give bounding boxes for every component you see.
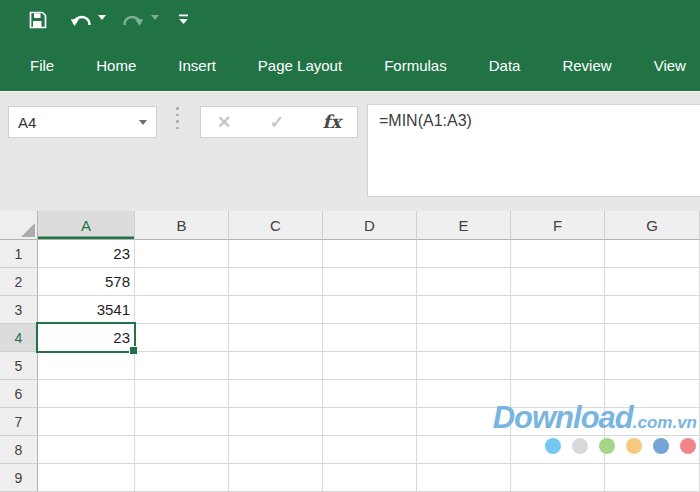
cell-C5[interactable] — [229, 352, 323, 380]
cell-E3[interactable] — [417, 296, 511, 324]
cell-G8[interactable] — [605, 436, 700, 464]
cell-G9[interactable] — [605, 464, 700, 492]
tab-data[interactable]: Data — [489, 57, 521, 74]
cell-G5[interactable] — [605, 352, 700, 380]
insert-function-icon[interactable]: fx — [323, 113, 341, 131]
column-header-c[interactable]: C — [229, 211, 323, 240]
cell-B2[interactable] — [135, 268, 229, 296]
cell-B1[interactable] — [135, 240, 229, 268]
cell-D5[interactable] — [323, 352, 417, 380]
cell-D1[interactable] — [323, 240, 417, 268]
cell-D3[interactable] — [323, 296, 417, 324]
cell-D7[interactable] — [323, 408, 417, 436]
cell-C1[interactable] — [229, 240, 323, 268]
cell-A2[interactable]: 578 — [38, 268, 135, 296]
cell-B8[interactable] — [135, 436, 229, 464]
cell-E5[interactable] — [417, 352, 511, 380]
column-header-a[interactable]: A — [38, 211, 135, 240]
cell-D9[interactable] — [323, 464, 417, 492]
row-header-3[interactable]: 3 — [0, 296, 38, 324]
cell-A8[interactable] — [38, 436, 135, 464]
name-box[interactable]: A4 — [8, 106, 157, 138]
tab-review[interactable]: Review — [562, 57, 611, 74]
cell-G6[interactable] — [605, 380, 700, 408]
undo-icon[interactable] — [70, 12, 92, 29]
row-header-4[interactable]: 4 — [0, 324, 38, 352]
tab-view[interactable]: View — [654, 57, 686, 74]
cell-F4[interactable] — [511, 324, 605, 352]
row-header-7[interactable]: 7 — [0, 408, 38, 436]
cell-F8[interactable] — [511, 436, 605, 464]
cell-B3[interactable] — [135, 296, 229, 324]
cell-B7[interactable] — [135, 408, 229, 436]
cell-F6[interactable] — [511, 380, 605, 408]
column-header-b[interactable]: B — [135, 211, 229, 240]
select-all-corner[interactable] — [0, 211, 38, 240]
cell-C3[interactable] — [229, 296, 323, 324]
row-header-9[interactable]: 9 — [0, 464, 38, 492]
redo-icon — [122, 12, 144, 29]
tab-home[interactable]: Home — [96, 57, 136, 74]
cell-F3[interactable] — [511, 296, 605, 324]
tab-page-layout[interactable]: Page Layout — [258, 57, 342, 74]
cell-G1[interactable] — [605, 240, 700, 268]
cell-F9[interactable] — [511, 464, 605, 492]
cell-D6[interactable] — [323, 380, 417, 408]
row-header-5[interactable]: 5 — [0, 352, 38, 380]
cell-E9[interactable] — [417, 464, 511, 492]
cell-G2[interactable] — [605, 268, 700, 296]
cell-B9[interactable] — [135, 464, 229, 492]
cell-C7[interactable] — [229, 408, 323, 436]
cell-G7[interactable] — [605, 408, 700, 436]
cell-G3[interactable] — [605, 296, 700, 324]
cell-B4[interactable] — [135, 324, 229, 352]
cell-B6[interactable] — [135, 380, 229, 408]
column-header-d[interactable]: D — [323, 211, 417, 240]
column-header-e[interactable]: E — [417, 211, 511, 240]
tab-insert[interactable]: Insert — [178, 57, 216, 74]
cell-E4[interactable] — [417, 324, 511, 352]
formula-bar-separator[interactable] — [176, 107, 179, 129]
cell-D8[interactable] — [323, 436, 417, 464]
customize-quick-access-icon[interactable] — [178, 13, 189, 26]
cell-C2[interactable] — [229, 268, 323, 296]
cell-G4[interactable] — [605, 324, 700, 352]
row-header-8[interactable]: 8 — [0, 436, 38, 464]
cell-F5[interactable] — [511, 352, 605, 380]
formula-bar-input[interactable]: =MIN(A1:A3) — [367, 104, 700, 197]
row-header-6[interactable]: 6 — [0, 380, 38, 408]
titlebar — [0, 0, 700, 40]
cell-A4[interactable]: 23 — [38, 324, 135, 352]
cell-A9[interactable] — [38, 464, 135, 492]
cell-A7[interactable] — [38, 408, 135, 436]
cell-C6[interactable] — [229, 380, 323, 408]
cell-A5[interactable] — [38, 352, 135, 380]
cell-E1[interactable] — [417, 240, 511, 268]
save-icon[interactable] — [28, 10, 48, 30]
column-header-f[interactable]: F — [511, 211, 605, 240]
cell-E7[interactable] — [417, 408, 511, 436]
row-header-2[interactable]: 2 — [0, 268, 38, 296]
cell-D4[interactable] — [323, 324, 417, 352]
cell-A3[interactable]: 3541 — [38, 296, 135, 324]
cell-F7[interactable] — [511, 408, 605, 436]
cell-F2[interactable] — [511, 268, 605, 296]
enter-icon: ✓ — [270, 114, 284, 131]
name-box-dropdown-icon[interactable] — [139, 120, 147, 125]
cell-A6[interactable] — [38, 380, 135, 408]
cell-D2[interactable] — [323, 268, 417, 296]
cell-C4[interactable] — [229, 324, 323, 352]
column-header-g[interactable]: G — [605, 211, 700, 240]
cell-E6[interactable] — [417, 380, 511, 408]
cell-F1[interactable] — [511, 240, 605, 268]
tab-formulas[interactable]: Formulas — [384, 57, 447, 74]
cell-C9[interactable] — [229, 464, 323, 492]
cell-C8[interactable] — [229, 436, 323, 464]
row-header-1[interactable]: 1 — [0, 240, 38, 268]
tab-file[interactable]: File — [30, 57, 54, 74]
cell-E2[interactable] — [417, 268, 511, 296]
cell-E8[interactable] — [417, 436, 511, 464]
undo-dropdown-icon[interactable] — [98, 15, 106, 20]
cell-A1[interactable]: 23 — [38, 240, 135, 268]
cell-B5[interactable] — [135, 352, 229, 380]
